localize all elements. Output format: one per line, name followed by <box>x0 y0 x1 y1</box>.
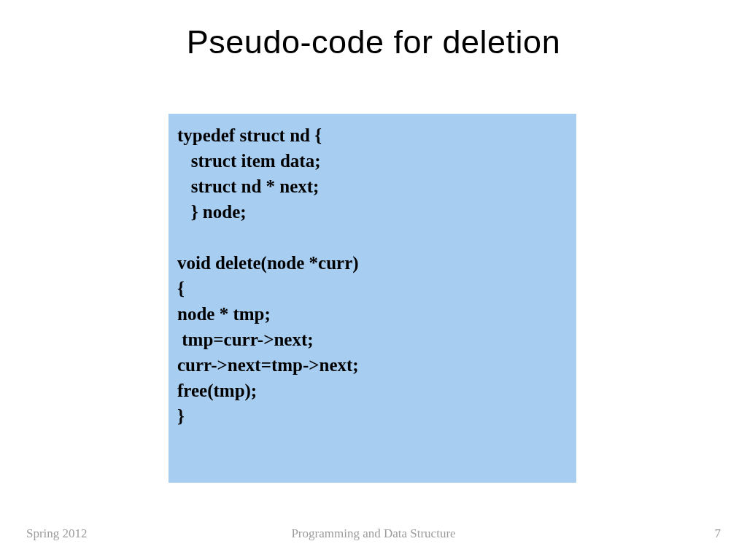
slide-title: Pseudo-code for deletion <box>0 23 747 61</box>
slide-footer: Spring 2012 Programming and Data Structu… <box>0 524 747 541</box>
footer-course: Programming and Data Structure <box>0 526 747 541</box>
code-block: typedef struct nd { struct item data; st… <box>169 114 576 483</box>
footer-page-number: 7 <box>715 526 721 541</box>
